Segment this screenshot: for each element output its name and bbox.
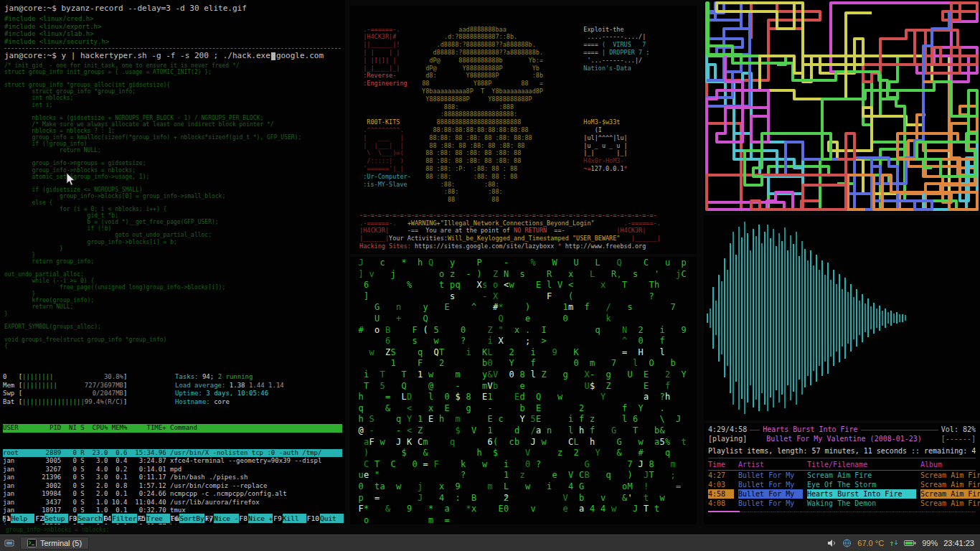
visualizer-bar	[902, 314, 903, 322]
fkey-f8[interactable]: F8	[239, 514, 248, 523]
process-row[interactable]: jan 3005 0 S 3.0 0.4 3:24.87 xfce4-termi…	[3, 457, 345, 466]
visualizer-bar	[721, 281, 722, 354]
taskbar-window-button[interactable]: Terminal (5)	[20, 537, 89, 550]
fkey-f2[interactable]: F2	[34, 514, 44, 523]
visualizer-bar	[873, 303, 875, 334]
progress-rest	[740, 512, 976, 512]
now-playing-line: 4:29/4:58 Hearts Burst Into Fire Vol: 82…	[708, 425, 976, 434]
visualizer-bar	[844, 278, 846, 359]
visualizer-bar	[821, 260, 823, 376]
fkey-action-f7[interactable]: Nice -	[214, 514, 238, 523]
visualizer-bar	[864, 303, 866, 332]
artist-name: Bullet For My Valentine (2008-01-23)	[766, 435, 922, 443]
visualizer-bar	[899, 314, 900, 322]
visualizer-bar	[758, 225, 760, 411]
visualizer-bar	[735, 255, 737, 382]
visualizer-bar	[893, 314, 895, 323]
kernel-code-output: /* init_gid_ - one for init_task, one to…	[4, 62, 345, 349]
process-row[interactable]: jan 3002 0 S 2.0 0.8 1:57.12 /usr/bin/co…	[3, 482, 345, 491]
process-row[interactable]: root 2889 0 R 23.0 0.6 15:34.96 /usr/bin…	[3, 449, 342, 458]
background-terminal-text: group_info->nblocks = nblocks;	[6, 527, 110, 533]
playlist-info: Playlist items, length: 57 minutes, 11 s…	[708, 447, 976, 458]
shell-prompt-byzanz: jan@core:~$ byzanz-record --delay=3 -d 3…	[4, 4, 345, 13]
playlist-rows: 4:27Bullet For MyScream Aim FireScream A…	[708, 471, 976, 508]
visualizer-bar	[741, 237, 743, 399]
process-row[interactable]: jan 3267 0 S 4.0 0.2 0:14.01 mpd	[3, 466, 345, 474]
visualizer-bar	[810, 250, 811, 385]
visualizer-bar	[890, 311, 892, 326]
fkey-f10[interactable]: F10	[306, 514, 320, 523]
visualizer-bar	[784, 227, 786, 408]
volume-icon[interactable]	[827, 539, 837, 547]
visualizer-bar	[724, 258, 725, 377]
fkey-action-f1[interactable]: Help	[11, 514, 34, 523]
fkey-action-f2[interactable]: Setup	[44, 514, 68, 523]
visualizer-bar	[813, 265, 814, 371]
process-row[interactable]: jan 22263 0 R 0.0 0.0 0:00.77 htop	[3, 523, 345, 524]
visualizer-bar	[804, 249, 806, 387]
player-state-line: [playing] Bullet For My Valentine (2008-…	[708, 435, 976, 443]
playlist-row[interactable]: 4:58Bullet For MyHearts Burst Into FireS…	[708, 489, 976, 499]
fkey-action-f10[interactable]: Quit	[320, 514, 344, 523]
process-row[interactable]: jan 19984 0 S 2.0 0.1 0:24.66 ncmpcpp -c…	[3, 490, 345, 499]
terminal-icon	[27, 539, 37, 547]
visualizer-bar	[764, 232, 765, 405]
fkey-f9[interactable]: F9	[273, 514, 282, 523]
playlist-row[interactable]: 4:27Bullet For MyScream Aim FireScream A…	[708, 471, 976, 480]
visualizer-bar	[887, 312, 889, 324]
cmatrix-window[interactable]: J]c*hQyzpsP)X-N<%WULQ,CupCvjot-ZoX#sRlFx…	[350, 257, 697, 524]
audio-visualizer[interactable]	[704, 215, 980, 420]
panel-applications-icon[interactable]	[4, 538, 14, 548]
playlist-row[interactable]: 4:03Bullet For MyEye Of The StormScream …	[708, 480, 976, 489]
visualizer-bar	[755, 236, 757, 400]
visualizer-bar	[801, 241, 803, 395]
fkey-f5[interactable]: F5	[137, 514, 146, 523]
load-average-stat: Load average: 1.38 1.44 1.14	[175, 382, 284, 390]
track-elapsed-time: 4:29/4:58	[708, 425, 747, 434]
fkey-action-f5[interactable]: Tree	[146, 514, 170, 523]
visualizer-bar	[715, 301, 717, 335]
fkey-action-f4[interactable]: Filter	[112, 514, 136, 523]
playlist-header: TimeArtistTitle/FilenameAlbum	[708, 461, 976, 471]
swap-meter: Swp [ 0/2047MB]	[3, 390, 175, 398]
taskbar: Terminal (5) 67.0 °C 99% 23:41:23	[0, 534, 980, 551]
process-row[interactable]: jan 21396 0 S 3.0 0.1 0:11.17 /bin/bash …	[3, 474, 345, 482]
player-progress-bar[interactable]	[708, 511, 976, 512]
hackertyper-terminal-window[interactable]: jan@core:~$ byzanz-record --delay=3 -d 3…	[0, 0, 345, 354]
playlist-row[interactable]: 4:08Bullet For MyWaking The DemonScream …	[708, 499, 976, 508]
ascii-art-terminal-window[interactable]: .-======-. aad8888888baa Exploit-the |H4…	[350, 6, 697, 254]
visualizer-bar	[747, 233, 748, 402]
pipes-window[interactable]	[704, 0, 980, 212]
visualizer-bar	[718, 275, 720, 362]
process-row[interactable]: jan 3437 0 S 1.0 10.4 11:04.40 /usr/lib/…	[3, 499, 345, 507]
visualizer-bar	[778, 233, 780, 402]
visualizer-bar	[896, 312, 897, 324]
htop-header-row[interactable]: USER PID NI S CPU% MEM% TIME+ Command	[3, 424, 342, 433]
visualizer-bar	[710, 309, 711, 328]
visualizer-bar	[830, 280, 831, 357]
fkey-f3[interactable]: F3	[68, 514, 77, 523]
visualizer-bar	[798, 256, 800, 380]
fkey-f7[interactable]: F7	[204, 514, 214, 523]
visualizer-bar	[867, 298, 869, 337]
visualizer-bar	[738, 227, 740, 410]
battery-icon[interactable]	[904, 540, 916, 547]
ascii-art: .-======-. aad8888888baa Exploit-the |H4…	[356, 26, 697, 250]
fkey-f4[interactable]: F4	[103, 514, 112, 523]
netload-icon[interactable]	[890, 539, 898, 547]
network-icon[interactable]	[842, 539, 852, 547]
fkey-action-f8[interactable]: Nice +	[248, 514, 273, 523]
visualizer-bar	[819, 270, 820, 366]
visualizer-bar	[727, 270, 728, 366]
system-tray: 67.0 °C 99% 23:41:23	[827, 539, 980, 547]
pipes-canvas	[704, 0, 980, 212]
visualizer-bar	[870, 306, 872, 329]
htop-window[interactable]: 0 [|||||||| 30.8%]Mem [||||||||| 727/369…	[0, 354, 345, 524]
battery-meter: Bat [||||||||||||||||99.4%(R/C)]	[3, 398, 175, 407]
fkey-action-f9[interactable]: Kill	[283, 514, 306, 523]
fkey-action-f3[interactable]: Search	[77, 514, 102, 523]
fkey-f6[interactable]: F6	[170, 514, 179, 523]
fkey-action-f6[interactable]: SortBy	[179, 514, 204, 523]
ncmpcpp-window[interactable]: 4:29/4:58 Hearts Burst Into Fire Vol: 82…	[704, 423, 980, 524]
fkey-f1[interactable]: F1	[1, 514, 11, 523]
